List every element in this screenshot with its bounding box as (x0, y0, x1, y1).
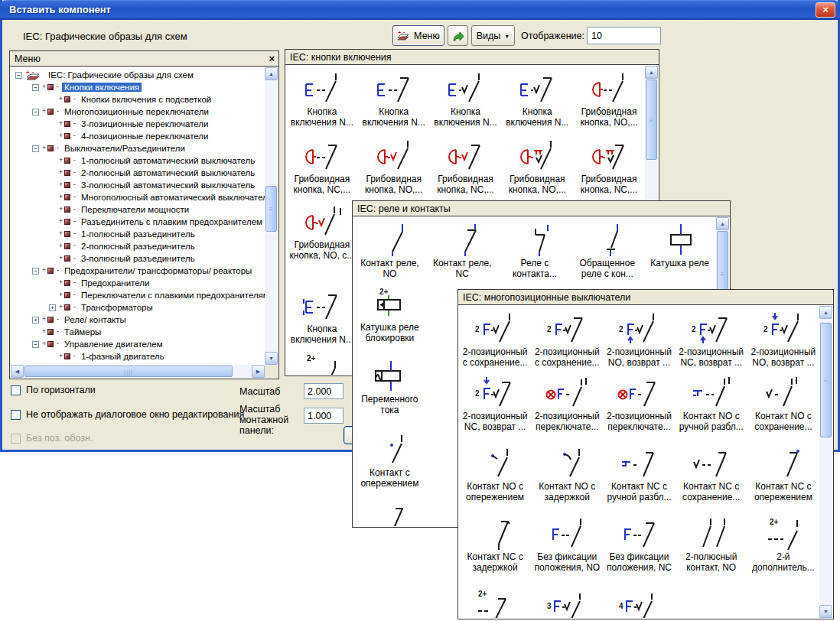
tree-item[interactable]: −+-Выключатели/Разъединители (11, 142, 265, 154)
symbol-cell[interactable]: Кнопка включения N... (358, 66, 430, 133)
tree-item[interactable]: −+-Кнопки включения (11, 81, 265, 93)
collapse-icon[interactable]: − (32, 268, 39, 275)
collapse-icon[interactable]: − (32, 145, 39, 152)
symbol-cell[interactable]: Грибовидная кнопка, NO,... (358, 133, 430, 199)
horizontal-checkbox[interactable] (11, 385, 21, 395)
tree-item[interactable]: +-Кнопки включения с подсветкой (11, 93, 265, 106)
close-icon[interactable]: × (269, 53, 275, 64)
symbol-cell[interactable]: Без фиксации положения, NC (603, 511, 675, 581)
tree-item[interactable]: −+-Предохранители/ трансформаторы/ реакт… (11, 265, 265, 277)
tree-item[interactable]: +-Переключатели мощности (11, 203, 265, 216)
expand-icon[interactable]: + (49, 304, 56, 311)
scroll-right-icon[interactable]: ▶ (252, 365, 265, 378)
symbol-cell[interactable]: 22-позиционный NO, возврат ... (603, 306, 675, 370)
expand-icon[interactable]: + (32, 317, 39, 324)
symbol-cell[interactable]: Обращенное реле с кон... (571, 217, 643, 281)
symbol-cell[interactable]: 3 (531, 581, 603, 618)
tree-horizontal-scrollbar[interactable]: ◀ |||| ▶ (11, 365, 265, 378)
symbol-cell[interactable]: Переменного тока (353, 353, 426, 427)
symbol-cell[interactable]: Грибовидная кнопка, NO,... (573, 66, 645, 133)
tree-item[interactable]: +-3-полюсный разъединитель (11, 252, 265, 265)
tree-item[interactable]: +-1-фазный двигатель (11, 350, 265, 363)
scroll-up-icon[interactable]: ▲ (819, 306, 832, 319)
symbol-cell[interactable]: Контакт NC с задержкой (459, 511, 531, 581)
symbol-cell[interactable]: Кнопка включения N... (430, 66, 502, 133)
collapse-icon[interactable]: − (32, 109, 39, 115)
symbol-cell[interactable]: Контакт реле, NC (426, 217, 499, 281)
no-edit-dialog-checkbox[interactable] (11, 410, 21, 420)
tree-scrollbar-thumb[interactable]: ≡ (265, 186, 277, 232)
symbol-cell[interactable]: 22-позиционный NO, возврат ... (747, 306, 819, 370)
tree-item[interactable]: +-Таймеры (11, 326, 265, 338)
symbol-cell[interactable] (353, 499, 426, 526)
tree-item[interactable]: +-3-позиционные переключатели (11, 118, 265, 130)
symbol-cell[interactable]: 2+ (459, 581, 531, 618)
display-count-input[interactable] (587, 27, 661, 44)
dialog-titlebar[interactable]: Вставить компонент × (0, 0, 840, 20)
symbol-cell[interactable]: Реле с контакта... (499, 217, 571, 281)
symbol-cell[interactable]: 2+Катушка реле блокировки (353, 281, 426, 353)
collapse-icon[interactable]: − (32, 341, 39, 348)
scroll-up-icon[interactable]: ▲ (265, 67, 278, 80)
symbol-cell[interactable]: Кнопка включения N... (501, 66, 573, 133)
panel-scrollbar-thumb[interactable]: ≡ (820, 323, 832, 437)
tree-item[interactable]: +-Разъединитель с плавким предохранителе… (11, 216, 265, 228)
tree-vertical-scrollbar[interactable]: ▲ ≡ ▼ (265, 67, 278, 365)
symbol-cell[interactable]: Контакт NO с сохранение... (747, 370, 819, 441)
symbol-cell[interactable]: Контакт NO с задержкой (531, 441, 603, 511)
collapse-icon[interactable]: − (32, 84, 39, 91)
symbol-cell[interactable]: 22-позиционный NC, возврат ... (676, 306, 747, 370)
scroll-down-icon[interactable]: ▼ (819, 605, 832, 618)
navigate-button[interactable] (448, 25, 468, 46)
symbol-cell[interactable]: 2-позиционный переключате... (531, 370, 603, 441)
symbol-cell[interactable]: Контакт NO с опережением (459, 441, 531, 511)
tree-item[interactable]: +-1-полюсный автоматический выключатель (11, 154, 265, 167)
symbol-cell[interactable]: 22-позиционный с сохранение... (531, 306, 603, 370)
panel-scrollbar-thumb[interactable]: ≡ (646, 80, 657, 160)
tree-item[interactable]: −+-IEC: Графические образы для схем (11, 69, 265, 81)
scroll-up-icon[interactable]: ▲ (645, 66, 658, 79)
symbol-cell[interactable]: 2+ (286, 347, 358, 375)
symbol-cell[interactable]: Контакт NC с сохранение... (676, 441, 747, 511)
symbol-cell[interactable]: Грибовидная кнопка, NC,... (430, 133, 502, 199)
symbol-cell[interactable]: 4 (603, 581, 675, 618)
scroll-left-icon[interactable]: ◀ (11, 365, 24, 378)
tree-item[interactable]: +-Многополюсный автоматический выключате… (11, 191, 265, 203)
symbol-cell[interactable]: 2+2-й дополнитель... (747, 511, 819, 581)
symbol-cell[interactable]: Грибовидная кнопка, NO, с... (286, 199, 358, 283)
symbol-cell[interactable]: Грибовидная кнопка, NC,... (286, 133, 358, 199)
collapse-icon[interactable]: − (15, 72, 22, 79)
symbol-cell[interactable]: Контакт реле, NO (353, 217, 426, 281)
menu-button[interactable]: + - Меню (392, 25, 444, 46)
scroll-down-icon[interactable]: ▼ (265, 352, 278, 365)
symbol-cell[interactable]: Кнопка включения N... (286, 283, 358, 347)
tree-item[interactable]: ++-Реле/ контакты (11, 314, 265, 326)
symbol-cell[interactable]: Контакт с опережением (353, 427, 426, 499)
symbol-cell[interactable]: Кнопка включения N... (286, 66, 358, 133)
tree-item[interactable]: +-1-полюсный разъединитель (11, 228, 265, 240)
tree-item[interactable]: +-Предохранители (11, 277, 265, 289)
symbol-cell[interactable]: Катушка реле (643, 217, 716, 281)
tree-item[interactable]: ++-Трансформаторы (11, 301, 265, 314)
panel-scale-input[interactable] (304, 408, 343, 424)
tree-item[interactable]: −+-Многопозиционные переключатели (11, 106, 265, 118)
scroll-up-icon[interactable]: ▲ (716, 217, 729, 230)
symbol-cell[interactable]: Грибовидная кнопка, NO,... (501, 133, 573, 199)
symbol-cell[interactable]: Контакт NO с ручной разбл... (676, 370, 747, 441)
symbol-cell[interactable]: 2-позиционный переключате... (603, 370, 675, 441)
tree-scrollbar-h-thumb[interactable]: |||| (24, 366, 233, 377)
tree-item[interactable]: +-4-позиционные переключатели (11, 130, 265, 142)
scale-input[interactable] (304, 383, 343, 399)
symbol-cell[interactable]: Грибовидная кнопка, NC,... (573, 133, 645, 199)
tree-item[interactable]: +-2-полюсный разъединитель (11, 240, 265, 252)
symbol-cell[interactable]: 2-полюсный контакт, NO (676, 511, 747, 581)
symbol-cell[interactable]: Контакт NC с опережением (747, 441, 819, 511)
symbol-cell[interactable]: 22-позиционный NC, возврат ... (459, 370, 531, 441)
tree-item[interactable]: +-2-полюсный автоматический выключатель (11, 167, 265, 179)
symbol-cell[interactable]: Без фиксации положения, NO (531, 511, 603, 581)
panel-vertical-scrollbar[interactable]: ▲≡▼ (819, 306, 832, 618)
tree-item[interactable]: +-3-полюсный автоматический выключатель (11, 179, 265, 191)
tree-item[interactable]: +-Переключатели с плавкими предохранител… (11, 289, 265, 301)
close-icon[interactable]: × (816, 2, 835, 18)
symbol-cell[interactable]: 22-позиционный с сохранение... (459, 306, 531, 370)
